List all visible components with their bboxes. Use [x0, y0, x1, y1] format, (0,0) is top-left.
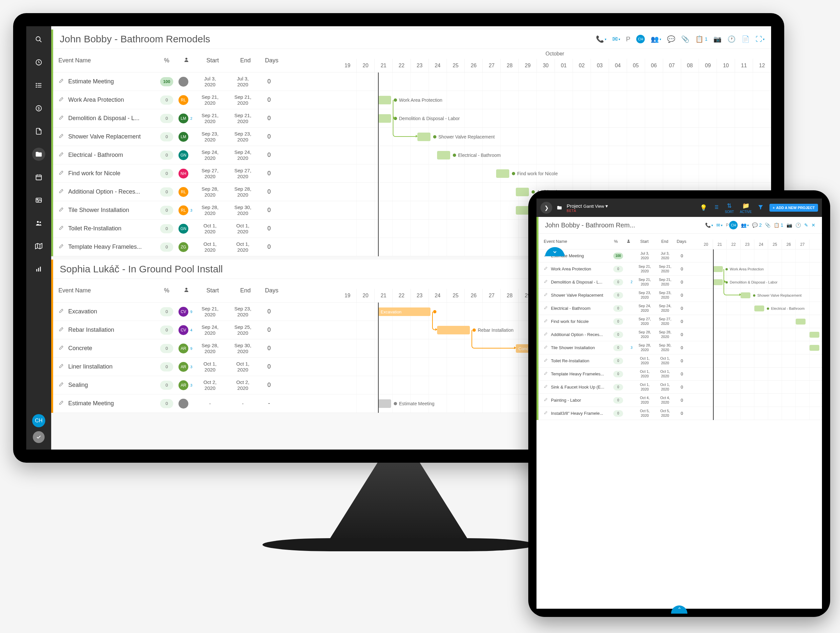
- assignee-avatar[interactable]: RL: [178, 205, 188, 215]
- edit-row-icon[interactable]: [58, 115, 68, 122]
- assignee-avatar[interactable]: ZG: [178, 242, 188, 252]
- mail-icon[interactable]: ✉▾: [716, 223, 723, 228]
- edit-row-icon[interactable]: [544, 398, 551, 403]
- assignee-avatar[interactable]: LM: [178, 114, 188, 123]
- edit-row-icon[interactable]: [544, 293, 551, 298]
- bulb-icon[interactable]: 💡: [700, 204, 707, 212]
- gantt-bar[interactable]: Estimate Meeting: [378, 399, 391, 408]
- edit-icon[interactable]: ✎: [804, 223, 808, 228]
- notes-icon[interactable]: 📋1: [695, 35, 707, 43]
- gantt-bar[interactable]: Work Area Protection: [378, 96, 391, 104]
- gantt-bar[interactable]: Excavation: [378, 308, 431, 316]
- gantt-bar[interactable]: Demolition & Disposal - Labor: [713, 279, 723, 285]
- edit-row-icon[interactable]: [58, 345, 68, 352]
- edit-row-icon[interactable]: [58, 152, 68, 158]
- gantt-bar[interactable]: [796, 319, 805, 325]
- edit-row-icon[interactable]: [58, 79, 68, 85]
- document-icon[interactable]: [32, 125, 45, 138]
- edit-row-icon[interactable]: [58, 308, 68, 315]
- edit-row-icon[interactable]: [58, 97, 68, 103]
- edit-row-icon[interactable]: [544, 267, 551, 272]
- team-icon[interactable]: 👥▾: [741, 223, 749, 228]
- assignee-avatar[interactable]: GN: [178, 150, 188, 160]
- mail-icon[interactable]: ✉▾: [612, 35, 620, 43]
- gantt-bar[interactable]: Work Area Protection: [713, 266, 723, 272]
- edit-row-icon[interactable]: [58, 170, 68, 177]
- assignee-avatar[interactable]: CV: [178, 325, 188, 335]
- chat-icon[interactable]: 💬: [667, 35, 675, 43]
- assignee-avatar[interactable]: [178, 399, 188, 409]
- edit-row-icon[interactable]: [58, 400, 68, 407]
- assignee-avatar[interactable]: RL: [178, 187, 188, 197]
- active-filter-button[interactable]: 📁ACTIVE: [740, 202, 752, 214]
- clock-icon[interactable]: [32, 56, 45, 69]
- calendar-icon[interactable]: [32, 170, 45, 184]
- check-icon[interactable]: [33, 431, 45, 443]
- assignee-avatar[interactable]: AR: [178, 380, 188, 390]
- list-icon[interactable]: [32, 79, 45, 92]
- assignee-avatar[interactable]: CV: [178, 307, 188, 317]
- time-icon[interactable]: 🕐: [728, 35, 736, 43]
- sort-button[interactable]: ⇅SORT: [725, 202, 734, 214]
- edit-row-icon[interactable]: [58, 244, 68, 250]
- edit-row-icon[interactable]: [544, 385, 551, 390]
- money-icon[interactable]: $: [32, 102, 45, 115]
- gantt-bar[interactable]: Demolition & Disposal - Labor: [378, 114, 391, 123]
- chat-icon[interactable]: 💬2: [752, 223, 761, 228]
- assignee-avatar[interactable]: LM: [178, 132, 188, 142]
- edit-row-icon[interactable]: [544, 358, 551, 363]
- edit-row-icon[interactable]: [544, 345, 551, 350]
- assignee-avatar[interactable]: NH: [178, 169, 188, 178]
- edit-row-icon[interactable]: [58, 207, 68, 214]
- time-icon[interactable]: 🕐: [795, 223, 801, 228]
- assignee-avatar[interactable]: AR: [178, 344, 188, 354]
- gantt-bar[interactable]: Shower Valve Replacement: [741, 292, 750, 298]
- people-icon[interactable]: [32, 216, 45, 230]
- camera-icon[interactable]: 📷: [786, 223, 792, 228]
- user-avatar[interactable]: CH: [32, 414, 45, 427]
- list-action-icon[interactable]: [713, 204, 719, 212]
- map-icon[interactable]: [32, 240, 45, 253]
- toolbar-avatar[interactable]: CH: [636, 35, 645, 43]
- edit-row-icon[interactable]: [58, 226, 68, 232]
- edit-row-icon[interactable]: [544, 371, 551, 376]
- chart-icon[interactable]: [32, 262, 45, 276]
- phone-icon[interactable]: 📞▾: [596, 35, 606, 43]
- expand-button[interactable]: ⌃: [671, 605, 687, 609]
- team-icon[interactable]: 👥▾: [651, 35, 661, 43]
- notes-icon[interactable]: 📋1: [774, 223, 783, 228]
- assignee-avatar[interactable]: RL: [178, 95, 188, 105]
- gantt-bar[interactable]: Shower Valve Replacement: [417, 133, 431, 141]
- edit-row-icon[interactable]: [544, 332, 551, 337]
- assignee-avatar[interactable]: [178, 77, 188, 87]
- assignee-avatar[interactable]: AR: [178, 362, 188, 372]
- assignee-avatar[interactable]: GN: [178, 224, 188, 234]
- edit-row-icon[interactable]: [58, 382, 68, 388]
- gantt-bar[interactable]: Rebar Installation: [437, 326, 470, 335]
- gantt-bar[interactable]: Electrical - Bathroom: [754, 306, 764, 311]
- edit-row-icon[interactable]: [58, 327, 68, 333]
- edit-row-icon[interactable]: [58, 364, 68, 370]
- edit-row-icon[interactable]: [58, 189, 68, 195]
- gantt-bar[interactable]: [810, 332, 819, 338]
- edit-row-icon[interactable]: [58, 134, 68, 140]
- back-arrow-icon[interactable]: ❯: [540, 202, 552, 214]
- edit-row-icon[interactable]: [544, 411, 551, 416]
- search-icon[interactable]: [32, 33, 45, 46]
- attachment-icon[interactable]: 📎: [681, 35, 689, 43]
- close-icon[interactable]: ✕: [812, 223, 815, 228]
- edit-row-icon[interactable]: [544, 306, 551, 311]
- tablet-title-block[interactable]: Project Gantt View ▾ BETA: [567, 203, 608, 213]
- phone-icon[interactable]: 📞▾: [705, 223, 713, 228]
- p-label[interactable]: P CH: [726, 221, 737, 229]
- image-icon[interactable]: [32, 194, 45, 207]
- edit-row-icon[interactable]: [544, 319, 551, 324]
- gantt-bar[interactable]: Find work for Nicole: [496, 169, 509, 178]
- camera-icon[interactable]: 📷: [713, 35, 722, 43]
- gantt-bar[interactable]: Electrical - Bathroom: [437, 151, 450, 159]
- edit-row-icon[interactable]: [544, 279, 551, 284]
- attachment-icon[interactable]: 📎: [765, 223, 771, 228]
- expand-icon[interactable]: ⛶▾: [756, 35, 764, 43]
- add-project-button[interactable]: +ADD A NEW PROJECT: [769, 204, 818, 212]
- folder-arrow-icon[interactable]: [32, 148, 45, 161]
